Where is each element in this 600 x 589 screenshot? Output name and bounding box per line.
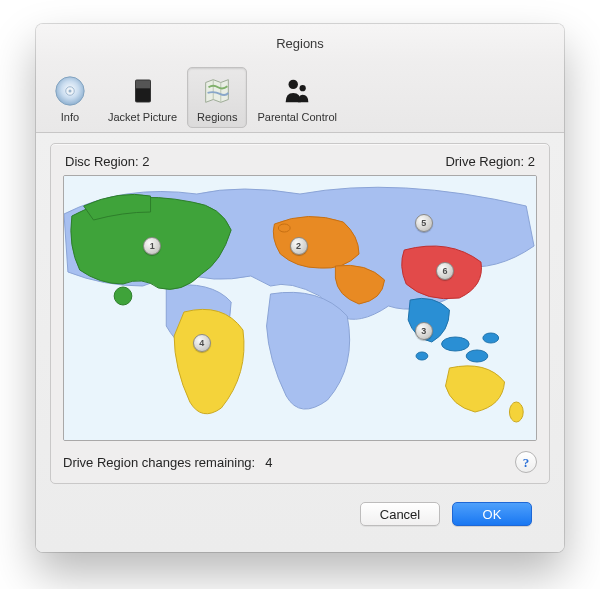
svg-rect-5: [135, 80, 149, 88]
tab-parental-label: Parental Control: [257, 111, 337, 123]
jacket-icon: [125, 74, 161, 108]
svg-point-7: [300, 85, 306, 91]
svg-point-14: [416, 352, 428, 360]
svg-point-13: [483, 333, 499, 343]
ok-button[interactable]: OK: [452, 502, 532, 526]
window-title: Regions: [36, 24, 564, 62]
content-area: Disc Region: 2 Drive Region: 2: [36, 133, 564, 538]
cancel-button[interactable]: Cancel: [360, 502, 440, 526]
help-button[interactable]: ?: [515, 451, 537, 473]
tab-regions[interactable]: Regions: [187, 67, 247, 128]
tab-bar: Info Jacket Picture: [36, 62, 564, 133]
svg-point-15: [509, 402, 523, 422]
tab-jacket-picture[interactable]: Jacket Picture: [98, 67, 187, 128]
parental-icon: [279, 74, 315, 108]
dialog-button-bar: Cancel OK: [50, 502, 532, 526]
tab-parental-control[interactable]: Parental Control: [247, 67, 347, 128]
disc-region-text: Disc Region: 2: [65, 154, 150, 169]
region-header-row: Disc Region: 2 Drive Region: 2: [65, 154, 535, 169]
changes-remaining-label: Drive Region changes remaining:: [63, 455, 255, 470]
tab-regions-label: Regions: [197, 111, 237, 123]
svg-point-6: [289, 80, 298, 89]
region-pin-6[interactable]: 6: [436, 262, 454, 280]
region-pin-1[interactable]: 1: [143, 237, 161, 255]
tab-info-label: Info: [61, 111, 79, 123]
region-pin-2[interactable]: 2: [290, 237, 308, 255]
window-title-text: Regions: [276, 36, 324, 51]
regions-settings-window: Regions Info: [36, 24, 564, 552]
region-pin-5[interactable]: 5: [415, 214, 433, 232]
svg-point-9: [114, 287, 132, 305]
region-panel: Disc Region: 2 Drive Region: 2: [50, 143, 550, 484]
disc-icon: [52, 74, 88, 108]
tab-info[interactable]: Info: [42, 67, 98, 128]
map-icon: [199, 74, 235, 108]
svg-point-2: [68, 89, 71, 92]
changes-remaining-value: 4: [265, 455, 272, 470]
svg-point-10: [278, 224, 290, 232]
tab-jacket-label: Jacket Picture: [108, 111, 177, 123]
changes-remaining-row: Drive Region changes remaining: 4 ?: [63, 451, 537, 473]
drive-region-text: Drive Region: 2: [445, 154, 535, 169]
svg-point-11: [442, 337, 470, 351]
world-region-map[interactable]: 123456: [63, 175, 537, 441]
svg-point-12: [466, 350, 488, 362]
